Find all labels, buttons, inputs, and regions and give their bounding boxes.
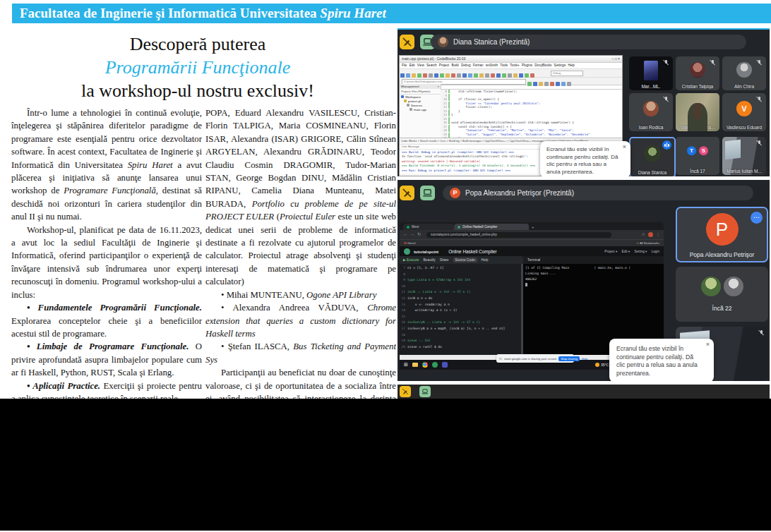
annotation-off-button[interactable]: [400, 35, 414, 49]
tutorialspoint-logo-icon[interactable]: [404, 248, 410, 255]
terminal-line: Linking main ...: [525, 271, 662, 277]
code-line: 9type Lista s = STUArray s Int Int: [400, 277, 521, 284]
tree-item-file[interactable]: main.cpp: [401, 108, 439, 112]
folder-icon: [407, 104, 410, 107]
article-paragraph: Participanţii au beneficiat nu doar de c…: [205, 366, 396, 399]
sharing-app-icon[interactable]: [432, 362, 438, 368]
present-screen-button[interactable]: [419, 386, 431, 397]
avatar: [644, 145, 661, 162]
nav-icons[interactable]: ←→↻: [403, 230, 424, 239]
article-paragraph: • Fundamentele Programării Funcţionale. …: [11, 301, 202, 340]
article-paragraph: • Ştefan ILASCA, Bus Ticketing and Payme…: [205, 340, 396, 366]
code-line: 19sieve :: Int: [400, 338, 521, 344]
pen-slash-icon: [402, 37, 412, 47]
participant-tile-speaking[interactable]: Diana Stanica: [629, 137, 676, 176]
project-icon: [404, 99, 407, 102]
project-tree[interactable]: Workspace proiect.pl Sources main.cpp: [400, 95, 441, 113]
panel-tabs[interactable]: Projects Files FSymbols: [400, 89, 441, 95]
laptop-icon: [422, 388, 429, 395]
overflow-participants-tile[interactable]: T S Încă 17: [676, 137, 719, 175]
new-tab-icon[interactable]: +: [532, 225, 534, 229]
workspace-icon: [401, 95, 404, 98]
close-icon[interactable]: ×: [706, 341, 710, 348]
menu-dots-icon[interactable]: ⋮: [656, 230, 660, 239]
avatar-initial: P: [706, 213, 739, 246]
source-code-tab[interactable]: Source Code: [453, 258, 477, 262]
execute-button[interactable]: ▶ Execute: [403, 258, 419, 262]
hide-link[interactable]: Hide: [582, 357, 588, 361]
code-line: 7n1 = [1, 3..97 + 1]: [400, 265, 521, 272]
presenter-tile[interactable]: P ⋯ Popa Alexandru Petrişor: [676, 207, 768, 262]
browser-tab-active[interactable]: Online Haskell Compiler: [454, 224, 529, 230]
info-icon: ⓘ: [499, 357, 502, 361]
article-column-left: Într-o lume a tehnologiei în continuă ev…: [11, 107, 202, 399]
present-screen-button[interactable]: [420, 186, 435, 200]
popup-text: Ecranul tău este vizibil în continuare p…: [616, 345, 698, 377]
annotation-off-button[interactable]: [400, 186, 414, 200]
code-editor[interactable]: 8 std::ofstream fisier(numeFisier);9 10 …: [441, 89, 622, 138]
teams-icon[interactable]: [442, 362, 448, 368]
panel-close-icon[interactable]: ×: [437, 84, 439, 89]
presenter-name: Diana Stanica (Prezintă): [453, 38, 530, 46]
compiler-toolbar: ▶ Execute Beautify Share Source Code Hel…: [400, 256, 522, 264]
start-button[interactable]: ⊞: [404, 360, 408, 370]
avatar: [643, 101, 659, 116]
bookmark-gmail[interactable]: M Gmail: [404, 240, 415, 246]
profile-avatar[interactable]: [648, 232, 653, 237]
site-nav[interactable]: Project ▾ Edit ▾ Setting ▾ Login: [604, 250, 659, 253]
presenter-chip[interactable]: Diana Stanica (Prezintă): [431, 35, 746, 49]
browser-tab-meet[interactable]: Meet: [403, 224, 454, 230]
avatar: [736, 62, 752, 78]
tutorialspoint-favicon: [458, 226, 460, 229]
code-line: 18: [400, 332, 521, 339]
file-explorer-icon[interactable]: [412, 363, 418, 367]
weather-widget[interactable]: 35°C: [595, 360, 609, 370]
share-button[interactable]: Share: [440, 258, 449, 262]
toolbar-row-1[interactable]: Debug: [400, 69, 622, 78]
all-bookmarks[interactable]: ☆ All Bookmarks: [636, 240, 659, 246]
overflow-participants-tile[interactable]: Încă 22: [676, 267, 768, 322]
mic-muted-icon: [755, 59, 763, 66]
participant-tile[interactable]: Ioan Rodica: [629, 93, 673, 131]
close-icon[interactable]: ×: [623, 144, 626, 150]
participant-tile[interactable]: Mar...ML.: [629, 56, 673, 90]
participant-tile[interactable]: Valentina Mara...: [676, 93, 719, 131]
avatar: [701, 277, 721, 296]
window-controls[interactable]: – □ ×: [612, 56, 621, 62]
mic-muted-icon: [758, 330, 765, 336]
meet-favicon: [407, 226, 410, 229]
presenter-avatar: [438, 37, 448, 47]
participant-tile[interactable]: Alin Chira: [722, 56, 766, 90]
terminal-line: [1 of 1] Compiling Main ( main.hs, main.…: [525, 265, 662, 271]
screen-visible-popup: × Ecranul tău este vizibil în continuare…: [609, 339, 714, 381]
avatar-initial: V: [736, 101, 752, 116]
faculty-banner: Facultatea de Inginerie şi Informatică U…: [12, 4, 771, 23]
popup-text: Ecranul tău este vizibil în continuare p…: [546, 146, 618, 175]
build-target-select[interactable]: Debug: [551, 71, 583, 76]
stop-sharing-button[interactable]: Stop sharing: [558, 356, 580, 361]
participant-tile[interactable]: V Vasilescu Eduard: [722, 93, 766, 131]
star-icon[interactable]: ☆: [642, 230, 645, 239]
code-line: 17incEveryN a n = mapM_ (incB a) [n, n +…: [400, 326, 521, 332]
participant-tile[interactable]: Cristian Talpiga: [676, 56, 719, 90]
more-options-button[interactable]: ⋯: [751, 212, 763, 224]
annotation-off-button[interactable]: [400, 386, 411, 397]
pen-slash-icon: [402, 188, 412, 198]
mic-muted-icon: [662, 96, 669, 102]
presenter-chip[interactable]: P Popa Alexandru Petrişor (Prezintă): [443, 186, 753, 200]
browser-right-icons[interactable]: ☆ ⋮: [642, 230, 660, 239]
site-header: tutorialspoint Online Haskell Compiler P…: [400, 246, 664, 257]
menu-bar[interactable]: File Edit View Search Project Build Debu…: [400, 63, 622, 69]
haskell-editor[interactable]: 7n1 = [1, 3..97 + 1]8 9type Lista s = ST…: [400, 264, 521, 355]
title-line-1: Descoperă puterea: [0, 32, 395, 56]
help-tab[interactable]: Help: [482, 258, 489, 262]
site-brand[interactable]: tutorialspoint: [414, 250, 438, 254]
beautify-button[interactable]: Beautify: [423, 258, 435, 262]
video-call-screenshot-2: P Popa Alexandru Petrişor (Prezintă) Mee…: [398, 180, 770, 381]
participant-tile[interactable]: Marius Iulian M...: [722, 137, 766, 175]
title-line-3: la workshop-ul nostru exclusiv!: [0, 79, 395, 102]
chrome-icon[interactable]: [422, 362, 428, 368]
presenter-name: Popa Alexandru Petrişor (Prezintă): [465, 189, 574, 197]
address-bar[interactable]: tutorialspoint.com/compile_haskell_onlin…: [426, 232, 611, 238]
window-titlebar[interactable]: main.cpp (proiect.pl) - CodeBlocks 20.03…: [400, 56, 622, 63]
